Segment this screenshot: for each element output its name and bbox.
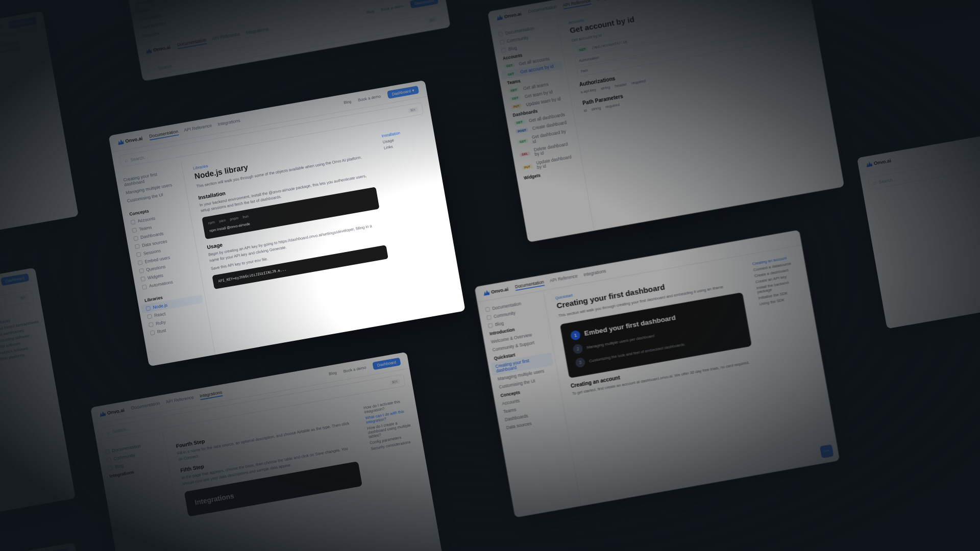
dashboard-button[interactable]: Dashboard ▾: [387, 86, 419, 99]
chart-icon[interactable]: 〰: [820, 444, 834, 459]
nav-doc[interactable]: Documentation: [149, 129, 179, 140]
logo: Onvo.ai: [117, 136, 143, 145]
main-content: Libraries Node.js library This section w…: [181, 127, 410, 355]
nav-int[interactable]: Integrations: [217, 118, 241, 128]
nav-blog[interactable]: Blog: [343, 99, 352, 105]
nav-demo[interactable]: Book a demo: [358, 94, 381, 102]
nav-api[interactable]: API Reference: [184, 123, 213, 134]
